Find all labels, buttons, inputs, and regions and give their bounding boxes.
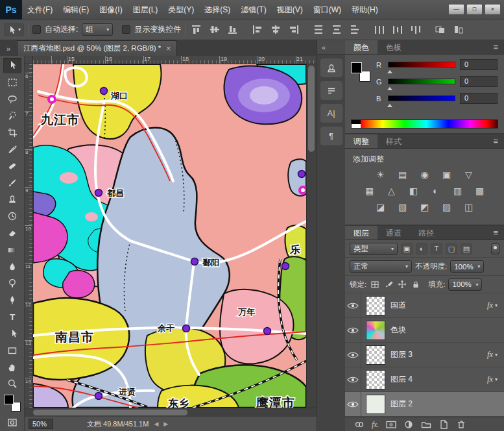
vibrance-icon[interactable]: ▽ — [461, 168, 477, 182]
gradient-tool[interactable] — [3, 242, 21, 258]
align-vcenter-button[interactable] — [208, 23, 222, 36]
link-layers-icon[interactable] — [354, 419, 365, 430]
foreground-background-swatch[interactable] — [351, 62, 370, 82]
menu-image[interactable]: 图像(I) — [94, 0, 127, 19]
auto-select-dropdown[interactable]: 组 ▾ — [82, 23, 113, 36]
vertical-scrollbar-thumb[interactable] — [308, 66, 315, 152]
history-brush-tool[interactable] — [3, 208, 21, 224]
menu-help[interactable]: 帮助(H) — [346, 0, 383, 19]
paragraph-panel-icon[interactable]: ¶ — [320, 127, 342, 145]
map-image[interactable]: 九江市 湖口 都昌 鄱阳 乐 余干 万年 南昌市 进贤 东乡 鹰潭市 — [33, 64, 306, 408]
menu-file[interactable]: 文件(F) — [22, 0, 58, 19]
selective-color-icon[interactable]: ◫ — [461, 201, 477, 214]
move-tool[interactable] — [3, 58, 21, 73]
minimize-button[interactable]: — — [448, 4, 464, 15]
layer-visibility-toggle[interactable] — [345, 293, 361, 317]
canvas[interactable]: 九江市 湖口 都昌 鄱阳 乐 余干 万年 南昌市 进贤 东乡 鹰潭市 — [33, 64, 306, 408]
document-tab[interactable]: 江西省地图.psd @ 50% (图层 2, RGB/8) * × — [17, 40, 177, 56]
menu-filter[interactable]: 滤镜(T) — [235, 0, 271, 19]
layer-name[interactable]: 色块 — [390, 325, 406, 336]
tab-close-icon[interactable]: × — [166, 44, 171, 53]
character-panel-icon[interactable]: A| — [320, 104, 342, 123]
green-slider-thumb[interactable] — [387, 84, 392, 90]
green-value-field[interactable]: 0 — [460, 76, 498, 87]
tab-swatches[interactable]: 色板 — [378, 40, 410, 54]
collapse-tools-icon[interactable]: » — [0, 42, 17, 56]
blur-tool[interactable] — [3, 259, 21, 275]
distribute-top-button[interactable] — [311, 23, 326, 36]
panel-menu-icon[interactable]: ≡ — [487, 134, 504, 148]
clone-stamp-tool[interactable] — [3, 192, 21, 208]
layer-row-guodao[interactable]: 国道 fx▾ — [345, 293, 504, 318]
blend-mode-dropdown[interactable]: 正常 ▾ — [350, 260, 412, 273]
layer-row-layer2-selected[interactable]: 图层 2 — [345, 392, 504, 417]
layer-name[interactable]: 图层 4 — [390, 374, 413, 385]
filter-shape-layers-icon[interactable]: ▢ — [446, 243, 457, 254]
color-lookup-icon[interactable]: ▩ — [472, 184, 488, 198]
new-layer-icon[interactable] — [438, 419, 449, 430]
tool-preset-picker[interactable]: ▾ — [4, 23, 24, 36]
new-adjustment-layer-icon[interactable] — [403, 419, 414, 430]
layer-visibility-toggle[interactable] — [345, 392, 361, 416]
blue-value-field[interactable]: 0 — [460, 93, 498, 104]
filter-pixel-layers-icon[interactable]: ▣ — [401, 243, 413, 254]
distribute-left-button[interactable] — [372, 23, 387, 36]
red-slider-thumb[interactable] — [387, 68, 392, 73]
curves-icon[interactable]: ◉ — [416, 168, 433, 182]
layer-name[interactable]: 图层 3 — [390, 349, 413, 360]
menu-select[interactable]: 选择(S) — [199, 0, 235, 19]
menu-layer[interactable]: 图层(L) — [128, 0, 163, 19]
black-white-icon[interactable]: ◧ — [405, 184, 422, 198]
spot-healing-brush-tool[interactable] — [3, 158, 21, 174]
align-hcenter-button[interactable] — [269, 23, 283, 36]
chevron-down-icon[interactable]: ▾ — [495, 376, 498, 382]
layer-thumbnail[interactable] — [366, 395, 385, 414]
align-right-button[interactable] — [287, 23, 301, 36]
lock-position-icon[interactable] — [397, 279, 407, 289]
foreground-color-swatch[interactable] — [351, 62, 362, 73]
chevron-down-icon[interactable]: ▾ — [495, 302, 498, 308]
horizontal-scrollbar-thumb[interactable] — [33, 410, 187, 415]
align-top-button[interactable] — [189, 23, 204, 36]
expand-panels-icon[interactable]: « — [322, 43, 326, 51]
opacity-field[interactable]: 100% ▾ — [450, 260, 484, 273]
layer-thumbnail[interactable] — [366, 321, 385, 340]
info-panel-icon[interactable] — [320, 81, 342, 100]
crop-tool[interactable] — [3, 125, 21, 140]
align-bottom-button[interactable] — [226, 23, 240, 36]
blue-slider[interactable] — [388, 95, 455, 101]
eraser-tool[interactable] — [3, 225, 21, 241]
blue-slider-thumb[interactable] — [387, 101, 392, 107]
layer-filter-dropdown[interactable]: 类型 ▾ — [350, 243, 398, 255]
layer-visibility-toggle[interactable] — [345, 343, 361, 367]
foreground-background-colors[interactable] — [4, 395, 21, 412]
layer-row-layer4[interactable]: 图层 4 fx▾ — [345, 367, 504, 392]
delete-layer-icon[interactable] — [456, 419, 466, 430]
chevron-down-icon[interactable]: ▾ — [495, 352, 498, 358]
lock-paint-icon[interactable] — [383, 279, 394, 289]
show-transform-checkbox[interactable] — [122, 25, 130, 34]
add-layer-mask-icon[interactable] — [386, 419, 396, 430]
layer-row-layer3[interactable]: 图层 3 fx▾ — [345, 343, 504, 367]
filter-type-layers-icon[interactable]: T — [431, 243, 442, 254]
rectangular-marquee-tool[interactable] — [3, 75, 21, 90]
filter-adjustment-layers-icon[interactable]: ◐ — [416, 243, 427, 254]
gradient-map-icon[interactable]: ▨ — [438, 201, 455, 214]
restore-button[interactable]: □ — [466, 4, 483, 15]
layer-effects-badge[interactable]: fx — [487, 301, 493, 310]
green-slider[interactable] — [388, 79, 455, 84]
fill-field[interactable]: 100% ▾ — [448, 278, 482, 291]
hue-saturation-icon[interactable]: ▦ — [361, 184, 378, 198]
align-left-button[interactable] — [250, 23, 265, 36]
close-button[interactable]: × — [485, 4, 501, 15]
tab-styles[interactable]: 样式 — [378, 134, 410, 148]
horizontal-scrollbar[interactable] — [25, 408, 316, 417]
layer-thumbnail[interactable] — [366, 345, 385, 365]
photo-filter-icon[interactable]: ◐ — [427, 184, 444, 198]
add-layer-style-icon[interactable]: fx. — [372, 421, 379, 428]
red-value-field[interactable]: 0 — [460, 59, 498, 70]
zoom-tool[interactable] — [3, 376, 21, 391]
rectangle-tool[interactable] — [3, 343, 21, 358]
distribute-bottom-button[interactable] — [348, 23, 362, 36]
layer-filter-toggle[interactable] — [491, 243, 499, 254]
